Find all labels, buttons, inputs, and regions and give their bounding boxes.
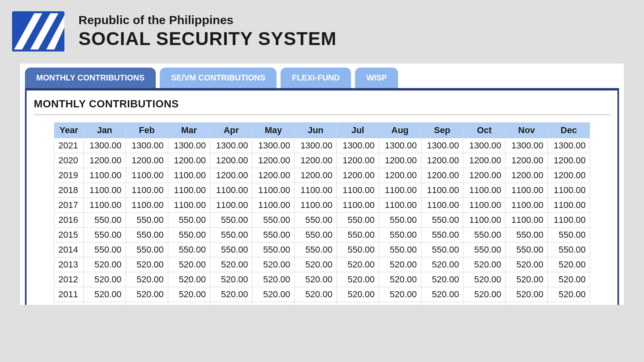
value-cell: 1300.00 (379, 138, 421, 153)
value-cell: 1200.00 (252, 153, 295, 168)
value-cell: 1300.00 (168, 138, 210, 153)
value-cell: 0.00 (168, 302, 210, 305)
value-cell: 1100.00 (421, 183, 463, 198)
tab-se-vm-contributions[interactable]: SE/VM CONTRIBUTIONS (160, 68, 277, 88)
page-header: Republic of the Philippines SOCIAL SECUR… (0, 0, 644, 60)
value-cell: 550.00 (252, 228, 295, 243)
value-cell: 1200.00 (463, 168, 506, 183)
value-cell: 1300.00 (548, 138, 590, 153)
value-cell: 1200.00 (548, 153, 590, 168)
value-cell: 550.00 (252, 213, 295, 228)
table-row: 2012520.00520.00520.00520.00520.00520.00… (54, 272, 590, 287)
value-cell: 520.00 (295, 287, 337, 302)
value-cell: 1200.00 (295, 153, 337, 168)
value-cell: 520.00 (421, 272, 463, 287)
value-cell: 1100.00 (252, 183, 295, 198)
value-cell: 1200.00 (295, 168, 337, 183)
value-cell: 520.00 (506, 272, 548, 287)
tab-monthly-contributions[interactable]: MONTHLY CONTRIBUTIONS (25, 68, 156, 88)
value-cell: 550.00 (548, 228, 590, 243)
value-cell: 550.00 (336, 243, 379, 257)
value-cell: 1300.00 (83, 138, 126, 153)
value-cell: 1100.00 (506, 183, 548, 198)
column-header: Jan (83, 123, 126, 138)
value-cell: 550.00 (421, 243, 463, 257)
column-header: Aug (379, 123, 421, 138)
value-cell: 550.00 (210, 243, 252, 257)
tab-flexi-fund[interactable]: FLEXI-FUND (281, 68, 351, 88)
column-header: Dec (548, 123, 590, 138)
value-cell: 1100.00 (548, 198, 590, 213)
value-cell: 1200.00 (421, 168, 463, 183)
value-cell: 0.00 (83, 302, 126, 305)
value-cell: 1100.00 (83, 183, 126, 198)
value-cell: 550.00 (548, 243, 590, 257)
column-header: Nov (506, 123, 548, 138)
table-row: 20100.000.000.000.000.000.000.000.000.00… (54, 302, 590, 305)
value-cell: 1100.00 (295, 198, 337, 213)
value-cell: 1300.00 (463, 138, 506, 153)
value-cell: 520.00 (83, 272, 126, 287)
main-panel: MONTHLY CONTRIBUTIONSSE/VM CONTRIBUTIONS… (20, 64, 624, 305)
value-cell: 520.00 (168, 272, 210, 287)
value-cell: 1300.00 (506, 138, 548, 153)
value-cell: 520.00 (126, 272, 168, 287)
tab-bar: MONTHLY CONTRIBUTIONSSE/VM CONTRIBUTIONS… (25, 68, 619, 88)
value-cell: 520.00 (126, 257, 168, 272)
table-row: 20211300.001300.001300.001300.001300.001… (54, 138, 590, 153)
year-cell: 2010 (54, 302, 84, 305)
value-cell: 520.00 (506, 287, 548, 302)
value-cell: 550.00 (336, 228, 379, 243)
value-cell: 0.00 (506, 302, 548, 305)
value-cell: 550.00 (506, 228, 548, 243)
value-cell: 520.00 (548, 257, 590, 272)
table-row: 20171100.001100.001100.001100.001100.001… (54, 198, 590, 213)
value-cell: 520.00 (210, 257, 252, 272)
value-cell: 1200.00 (126, 153, 168, 168)
value-cell: 1100.00 (379, 183, 421, 198)
value-cell: 550.00 (168, 243, 210, 257)
value-cell: 1300.00 (295, 138, 337, 153)
tab-wisp[interactable]: WISP (355, 68, 398, 88)
table-row: 2011520.00520.00520.00520.00520.00520.00… (54, 287, 590, 302)
value-cell: 0.00 (421, 302, 463, 305)
value-cell: 550.00 (463, 243, 506, 257)
value-cell: 1300.00 (336, 138, 379, 153)
value-cell: 1300.00 (210, 138, 252, 153)
year-cell: 2018 (54, 183, 84, 198)
value-cell: 0.00 (252, 302, 295, 305)
value-cell: 1100.00 (168, 183, 210, 198)
content-area: MONTHLY CONTRIBUTIONS YearJanFebMarAprMa… (25, 88, 619, 305)
year-cell: 2017 (54, 198, 84, 213)
year-cell: 2011 (54, 287, 84, 302)
value-cell: 550.00 (168, 228, 210, 243)
value-cell: 520.00 (168, 257, 210, 272)
column-header: Oct (463, 123, 506, 138)
table-row: 20181100.001100.001100.001100.001100.001… (54, 183, 590, 198)
value-cell: 1200.00 (336, 153, 379, 168)
table-wrap: YearJanFebMarAprMayJunJulAugSepOctNovDec… (34, 122, 610, 305)
value-cell: 520.00 (421, 257, 463, 272)
column-header: May (252, 123, 295, 138)
value-cell: 1100.00 (463, 213, 506, 228)
value-cell: 550.00 (295, 243, 337, 257)
value-cell: 520.00 (210, 287, 252, 302)
value-cell: 1200.00 (252, 168, 295, 183)
value-cell: 520.00 (421, 287, 463, 302)
column-header: Mar (168, 123, 210, 138)
value-cell: 550.00 (421, 213, 463, 228)
value-cell: 550.00 (83, 243, 126, 257)
value-cell: 520.00 (336, 257, 379, 272)
table-row: 20201200.001200.001200.001200.001200.001… (54, 153, 590, 168)
value-cell: 550.00 (210, 213, 252, 228)
value-cell: 550.00 (421, 228, 463, 243)
value-cell: 1100.00 (168, 168, 210, 183)
value-cell: 1100.00 (336, 183, 379, 198)
year-cell: 2021 (54, 138, 84, 153)
year-cell: 2013 (54, 257, 84, 272)
value-cell: 550.00 (252, 243, 295, 257)
value-cell: 1200.00 (336, 168, 379, 183)
table-row: 20191100.001100.001100.001200.001200.001… (54, 168, 590, 183)
value-cell: 550.00 (126, 213, 168, 228)
value-cell: 1300.00 (252, 138, 295, 153)
